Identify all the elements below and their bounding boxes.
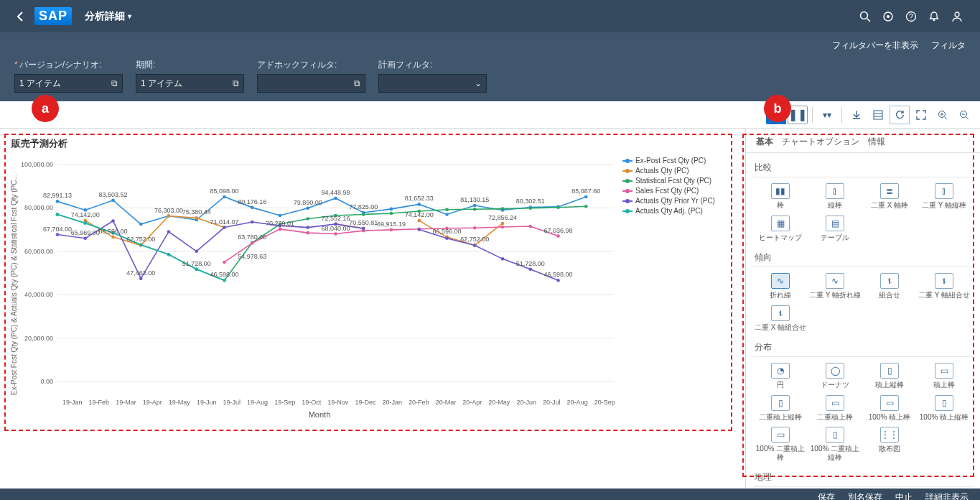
legend-item[interactable]: Statistical Fcst Qty (PC) (622, 177, 739, 185)
chart-type-icon: ⋮⋮ (880, 427, 899, 443)
expand-down-button[interactable]: ▾▾ (817, 106, 837, 124)
chart-type-tile[interactable]: ⫿縦棒 (808, 183, 862, 210)
chart-type-tile[interactable]: ⫮二重 Y 軸組合せ (917, 273, 971, 300)
bell-icon[interactable] (923, 5, 946, 28)
side-tab[interactable]: 基本 (756, 136, 773, 148)
chart-type-tile[interactable]: ⫿二重 Y 軸縦棒 (917, 183, 971, 210)
chart-type-tile[interactable]: ∿二重 Y 軸折れ線 (808, 273, 862, 300)
legend-swatch (622, 180, 633, 182)
chart-type-tile[interactable]: ▤テーブル (808, 216, 862, 242)
svg-text:85,098.00: 85,098.00 (210, 188, 238, 195)
hide-details-button[interactable]: 詳細非表示 (925, 491, 969, 501)
x-tick: 19-Aug (247, 399, 268, 406)
svg-text:81,130.15: 81,130.15 (460, 196, 489, 203)
legend-item[interactable]: Actuals Qty (PC) (622, 167, 739, 175)
svg-line-1 (867, 18, 871, 22)
zoom-out-button[interactable] (954, 106, 974, 124)
filter-label: 期間: (136, 59, 244, 71)
x-tick: 20-Sep (594, 399, 615, 406)
chart-type-tile[interactable]: ▯100% 二重積上縦棒 (808, 427, 862, 461)
chart-type-label: 二重 Y 軸組合せ (918, 291, 970, 300)
svg-text:80,302.51: 80,302.51 (516, 198, 545, 205)
x-tick: 19-Jun (197, 399, 217, 406)
page-title[interactable]: 分析詳細 ▾ (85, 10, 131, 23)
chart-type-tile[interactable]: ≣二重 X 軸棒 (862, 183, 917, 210)
svg-text:40,000.00: 40,000.00 (24, 291, 53, 298)
chart-type-label: 積上縦棒 (875, 381, 904, 389)
save-button[interactable]: 保存 (818, 491, 835, 501)
x-tick: 20-Feb (409, 399, 429, 406)
chart-type-tile[interactable]: ⫮二重 X 軸組合せ (753, 305, 808, 332)
svg-text:68,040.00: 68,040.00 (321, 225, 350, 232)
svg-text:20,000.00: 20,000.00 (24, 335, 53, 342)
filter-input-period[interactable]: 1 アイテム⧉ (136, 74, 244, 93)
filter-input-version[interactable]: 1 アイテム⧉ (14, 74, 123, 93)
chart-toolbar: ▶ ❚❚ ▾▾ (0, 101, 980, 129)
svg-point-6 (933, 19, 935, 21)
chart-type-label: 二重 X 軸組合せ (755, 323, 806, 332)
chart-type-tile[interactable]: ▭100% 二重積上棒 (753, 427, 808, 461)
line-chart: 0.0020,000.0040,000.0060,000.0080,000.00… (18, 152, 621, 396)
x-tick: 19-Nov (327, 399, 348, 406)
chart-title: 販売予測分析 (11, 137, 739, 150)
chart-type-label: 100% 積上縦棒 (920, 413, 969, 422)
help-icon[interactable]: ? (900, 5, 923, 28)
chart-type-tile[interactable]: ⫮組合せ (862, 273, 917, 300)
hide-filterbar-link[interactable]: フィルタバーを非表示 (832, 40, 918, 52)
svg-text:0.00: 0.00 (40, 378, 53, 385)
target-icon[interactable] (877, 5, 900, 28)
chart-type-tile[interactable]: ▦ヒートマップ (753, 216, 808, 242)
side-tab[interactable]: 情報 (868, 136, 885, 148)
user-icon[interactable] (946, 5, 969, 28)
chart-type-tile[interactable]: ▯100% 積上縦棒 (917, 395, 971, 422)
chart-type-label: 積上棒 (933, 381, 955, 389)
chart-type-label: 100% 二重積上棒 (753, 445, 808, 461)
download-button[interactable] (846, 106, 867, 124)
chart-type-tile[interactable]: ▭二重積上棒 (808, 395, 862, 422)
value-help-icon: ⧉ (354, 78, 360, 88)
cancel-button[interactable]: 中止 (895, 491, 913, 501)
table-view-button[interactable] (868, 106, 888, 124)
svg-text:72,552.16: 72,552.16 (321, 215, 350, 222)
chart-type-tile[interactable]: ⋮⋮散布図 (862, 427, 917, 461)
y-axis-label: Ex-Post Fcst Qty (PC) & Actuals Qty (PC)… (10, 152, 18, 417)
page-title-text: 分析詳細 (85, 10, 125, 23)
svg-text:71,014.07: 71,014.07 (210, 218, 238, 226)
refresh-button[interactable] (890, 106, 910, 124)
chart-type-icon: ▯ (771, 395, 790, 411)
svg-text:77,825.00: 77,825.00 (349, 203, 378, 210)
x-tick: 19-Feb (89, 399, 110, 406)
chart-type-label: 二重 X 軸棒 (871, 201, 908, 210)
side-tab[interactable]: チャートオプション (782, 136, 859, 148)
svg-text:79,890.00: 79,890.00 (294, 199, 322, 206)
chart-type-tile[interactable]: ◔円 (753, 363, 808, 389)
x-tick: 20-Apr (462, 399, 482, 406)
filter-input-adhoc[interactable]: ⧉ (257, 74, 365, 93)
chart-type-tile[interactable]: ◯ドーナツ (808, 363, 862, 389)
chart-type-tile[interactable]: ▭積上棒 (917, 363, 971, 389)
back-button[interactable] (11, 8, 29, 25)
chart-type-tile[interactable]: ▮▮棒 (753, 183, 808, 210)
x-tick: 19-Oct (302, 399, 321, 406)
value-help-icon: ⧉ (111, 78, 118, 88)
legend-item[interactable]: Actuals Qty Prior Yr (PC) (622, 197, 739, 205)
filter-input-plan[interactable]: ⌄ (378, 74, 487, 93)
chart-type-tile[interactable]: ▯積上縦棒 (862, 363, 917, 389)
zoom-in-button[interactable] (933, 106, 953, 124)
chart-type-icon: ▭ (880, 395, 899, 411)
chart-type-tile[interactable]: ▯二重積上縦棒 (753, 395, 808, 422)
chart-legend: Ex-Post Fcst Qty (PC)Actuals Qty (PC)Sta… (621, 152, 739, 417)
chart-type-tile[interactable]: ∿折れ線 (753, 273, 808, 300)
svg-rect-8 (874, 111, 882, 119)
legend-item[interactable]: Actuals Qty Adj. (PC) (622, 207, 739, 215)
search-icon[interactable] (854, 5, 877, 28)
svg-text:66,596.00: 66,596.00 (432, 228, 461, 235)
legend-item[interactable]: Ex-Post Fcst Qty (PC) (622, 157, 739, 165)
chart-type-tile[interactable]: ▭100% 積上棒 (862, 395, 917, 422)
fullscreen-button[interactable] (911, 106, 931, 124)
svg-text:66,596.00: 66,596.00 (98, 228, 127, 235)
svg-text:62,752.00: 62,752.00 (460, 236, 489, 243)
save-as-button[interactable]: 別名保存 (848, 491, 882, 501)
legend-item[interactable]: Sales Fcst Qty (PC) (622, 187, 739, 195)
filter-link[interactable]: フィルタ (931, 40, 966, 52)
